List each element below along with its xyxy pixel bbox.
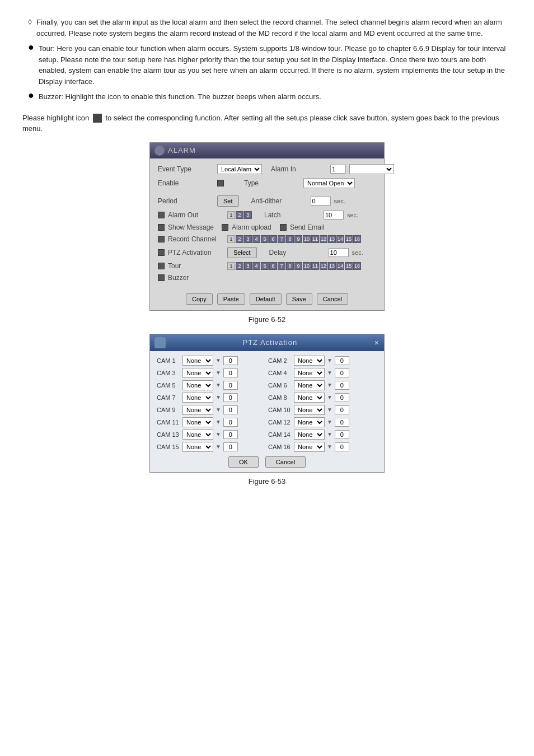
ptz-right-select-3[interactable]: None — [294, 393, 325, 403]
alarm-in-select[interactable] — [349, 164, 394, 174]
buzzer-checkbox[interactable] — [158, 274, 165, 281]
ptz-right-select-5[interactable]: None — [294, 417, 325, 427]
ptz-right-num-4[interactable] — [335, 405, 349, 414]
alarm-in-input[interactable] — [330, 165, 346, 174]
tour-ch-13[interactable]: 13 — [328, 262, 336, 270]
ptz-right-num-3[interactable] — [335, 393, 349, 402]
delay-input[interactable] — [329, 248, 349, 257]
record-ch-16[interactable]: 16 — [353, 235, 361, 243]
ptz-right-num-0[interactable] — [335, 356, 349, 365]
ptz-right-num-5[interactable] — [335, 418, 349, 427]
tour-ch-14[interactable]: 14 — [336, 262, 344, 270]
event-type-select[interactable]: Local Alarm — [217, 164, 262, 174]
copy-button[interactable]: Copy — [186, 293, 213, 305]
tour-ch-10[interactable]: 10 — [303, 262, 311, 270]
record-ch-7[interactable]: 7 — [278, 235, 285, 243]
ptz-ok-button[interactable]: OK — [228, 456, 259, 468]
period-set-button[interactable]: Set — [217, 195, 239, 207]
ptz-row-5: CAM 11 None ▼ CAM 12 None ▼ — [157, 417, 377, 427]
ptz-right-cam-4: CAM 10 — [268, 407, 292, 413]
ptz-right-num-2[interactable] — [335, 381, 349, 390]
ptz-right-num-1[interactable] — [335, 368, 349, 377]
ptz-left-num-7[interactable] — [223, 442, 238, 451]
ptz-left-half-5: CAM 11 None ▼ — [157, 417, 266, 427]
tour-ch-2[interactable]: 2 — [236, 262, 243, 270]
latch-input[interactable] — [324, 211, 344, 220]
alarm-event-type-row: Event Type Local Alarm Alarm In — [158, 164, 376, 174]
record-ch-6[interactable]: 6 — [269, 235, 277, 243]
tour-ch-4[interactable]: 4 — [252, 262, 260, 270]
ptz-left-select-1[interactable]: None — [182, 368, 213, 378]
enable-checkbox[interactable] — [217, 180, 224, 186]
show-message-checkbox[interactable] — [158, 224, 165, 231]
tour-ch-12[interactable]: 12 — [320, 262, 327, 270]
record-ch-1[interactable]: 1 — [227, 235, 235, 243]
record-ch-3[interactable]: 3 — [244, 235, 252, 243]
record-ch-14[interactable]: 14 — [336, 235, 344, 243]
ptz-left-num-6[interactable] — [223, 430, 238, 439]
record-ch-2[interactable]: 2 — [236, 235, 243, 243]
ptz-right-select-4[interactable]: None — [294, 405, 325, 415]
record-ch-12[interactable]: 12 — [320, 235, 327, 243]
ptz-left-num-5[interactable] — [223, 418, 238, 427]
ptz-right-select-2[interactable]: None — [294, 380, 325, 390]
save-button[interactable]: Save — [286, 293, 312, 305]
tour-ch-8[interactable]: 8 — [286, 262, 294, 270]
alarm-out-checkbox[interactable] — [158, 212, 165, 218]
paste-button[interactable]: Paste — [217, 293, 245, 305]
tour-ch-5[interactable]: 5 — [261, 262, 269, 270]
ptz-left-select-7[interactable]: None — [182, 442, 213, 452]
alarm-out-ch1[interactable]: 1 — [227, 211, 235, 219]
type-select[interactable]: Normal Open — [303, 178, 355, 188]
tour-ch-7[interactable]: 7 — [278, 262, 285, 270]
cancel-button[interactable]: Cancel — [317, 293, 348, 305]
alarm-out-ch2[interactable]: 2 — [236, 211, 243, 219]
tour-ch-3[interactable]: 3 — [244, 262, 252, 270]
record-channel-checkbox[interactable] — [158, 236, 165, 242]
ptz-activation-checkbox[interactable] — [158, 249, 165, 256]
send-email-checkbox[interactable] — [280, 224, 287, 231]
tour-ch-15[interactable]: 15 — [345, 262, 353, 270]
tour-ch-6[interactable]: 6 — [269, 262, 277, 270]
ptz-left-num-2[interactable] — [223, 381, 238, 390]
default-button[interactable]: Default — [250, 293, 282, 305]
record-ch-11[interactable]: 11 — [311, 235, 319, 243]
ptz-left-num-0[interactable] — [223, 356, 238, 365]
tour-ch-9[interactable]: 9 — [294, 262, 302, 270]
record-ch-8[interactable]: 8 — [286, 235, 294, 243]
ptz-left-select-4[interactable]: None — [182, 405, 213, 415]
ptz-left-half-6: CAM 13 None ▼ — [157, 430, 266, 440]
alarm-out-ch3[interactable]: 3 — [244, 211, 252, 219]
ptz-left-select-5[interactable]: None — [182, 417, 213, 427]
alarm-upload-checkbox[interactable] — [222, 224, 228, 231]
ptz-left-num-3[interactable] — [223, 393, 238, 402]
ptz-select-button[interactable]: Select — [227, 247, 257, 258]
ptz-right-select-7[interactable]: None — [294, 442, 325, 452]
ptz-close-button[interactable]: × — [374, 338, 380, 347]
tour-ch-1[interactable]: 1 — [227, 262, 235, 270]
tour-ch-16[interactable]: 16 — [353, 262, 361, 270]
tour-ch-11[interactable]: 11 — [311, 262, 319, 270]
ptz-left-num-4[interactable] — [223, 405, 238, 414]
ptz-left-num-1[interactable] — [223, 368, 238, 377]
ptz-right-select-1[interactable]: None — [294, 368, 325, 378]
ptz-left-select-0[interactable]: None — [182, 356, 213, 366]
ptz-right-select-0[interactable]: None — [294, 356, 325, 366]
record-ch-15[interactable]: 15 — [345, 235, 353, 243]
ptz-left-select-2[interactable]: None — [182, 380, 213, 390]
ptz-left-select-6[interactable]: None — [182, 430, 213, 440]
record-ch-10[interactable]: 10 — [303, 235, 311, 243]
ptz-left-arrow-5: ▼ — [216, 419, 221, 425]
alarm-period-row: Period Set Anti-dither sec. — [158, 195, 376, 207]
record-ch-13[interactable]: 13 — [328, 235, 336, 243]
ptz-cancel-button[interactable]: Cancel — [265, 456, 306, 468]
record-ch-9[interactable]: 9 — [294, 235, 302, 243]
ptz-right-num-6[interactable] — [335, 430, 349, 439]
tour-checkbox[interactable] — [158, 263, 165, 269]
anti-dither-input[interactable] — [311, 197, 331, 206]
record-ch-4[interactable]: 4 — [252, 235, 260, 243]
ptz-right-select-6[interactable]: None — [294, 430, 325, 440]
ptz-right-num-7[interactable] — [335, 442, 349, 451]
ptz-left-select-3[interactable]: None — [182, 393, 213, 403]
record-ch-5[interactable]: 5 — [261, 235, 269, 243]
